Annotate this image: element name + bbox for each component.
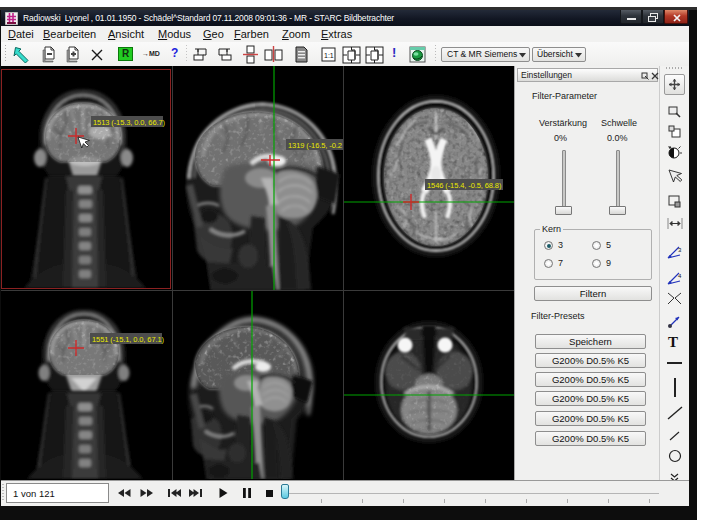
- svg-text:1551 (-15.1, 0.0, 67.1): 1551 (-15.1, 0.0, 67.1): [92, 335, 165, 344]
- svg-text:4: 4: [678, 273, 682, 279]
- svg-text:1546 (-15.4, -0.5, 68.8): 1546 (-15.4, -0.5, 68.8): [427, 181, 502, 190]
- svg-text:1513 (-15.3, 0.0, 66.7): 1513 (-15.3, 0.0, 66.7): [93, 118, 166, 127]
- svg-text:1319 (-16.5, -0.2: 1319 (-16.5, -0.2: [288, 141, 342, 150]
- svg-text:1:1: 1:1: [324, 52, 334, 59]
- svg-text:3: 3: [678, 247, 682, 253]
